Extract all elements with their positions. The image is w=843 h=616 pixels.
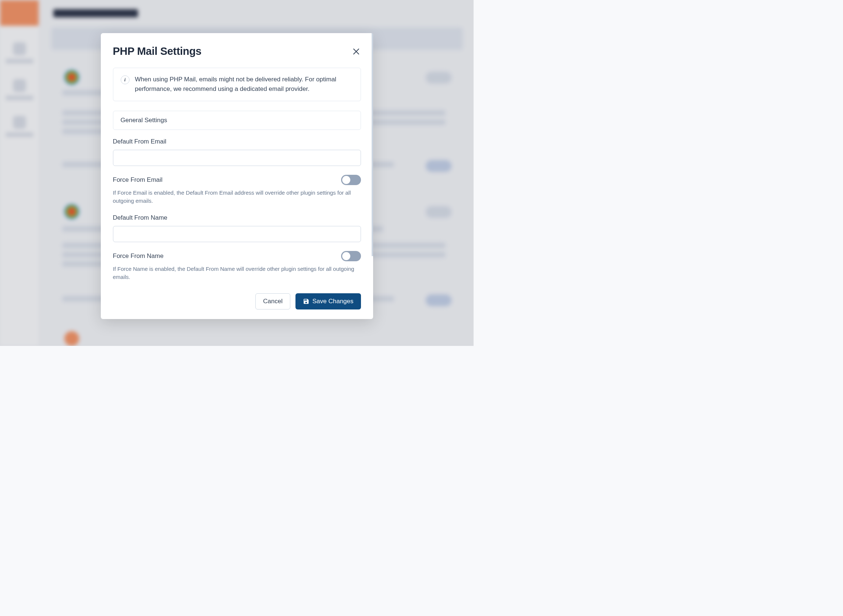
force-from-name-label: Force From Name (113, 252, 164, 260)
default-from-name-label: Default From Name (113, 214, 361, 221)
general-settings-header: General Settings (113, 111, 361, 130)
default-from-email-group: Default From Email (113, 138, 361, 166)
info-icon: i (121, 75, 129, 84)
force-from-email-label: Force From Email (113, 176, 163, 183)
save-icon (303, 298, 309, 305)
info-banner-text: When using PHP Mail, emails might not be… (135, 75, 353, 94)
close-button[interactable] (351, 47, 361, 56)
scroll-indicator (372, 33, 373, 319)
cancel-button[interactable]: Cancel (255, 293, 290, 309)
toggle-knob (342, 252, 350, 260)
force-from-email-toggle[interactable] (341, 175, 361, 185)
force-from-name-row: Force From Name (113, 251, 361, 261)
force-from-email-hint: If Force Email is enabled, the Default F… (113, 189, 361, 205)
modal-title: PHP Mail Settings (113, 45, 202, 57)
force-from-email-row: Force From Email (113, 175, 361, 185)
force-from-name-group: Force From Name If Force Name is enabled… (113, 251, 361, 282)
force-from-name-hint: If Force Name is enabled, the Default Fr… (113, 265, 361, 282)
save-changes-button[interactable]: Save Changes (295, 293, 361, 309)
modal-overlay: PHP Mail Settings i When using PHP Mail,… (0, 0, 474, 346)
modal-header: PHP Mail Settings (113, 45, 361, 57)
default-from-email-input[interactable] (113, 150, 361, 166)
info-banner: i When using PHP Mail, emails might not … (113, 68, 361, 101)
php-mail-settings-modal: PHP Mail Settings i When using PHP Mail,… (101, 33, 373, 319)
modal-footer: Cancel Save Changes (113, 293, 361, 309)
default-from-email-label: Default From Email (113, 138, 361, 145)
toggle-knob (342, 176, 350, 184)
close-icon (353, 48, 359, 55)
force-from-name-toggle[interactable] (341, 251, 361, 261)
default-from-name-group: Default From Name (113, 214, 361, 242)
force-from-email-group: Force From Email If Force Email is enabl… (113, 175, 361, 205)
default-from-name-input[interactable] (113, 226, 361, 242)
save-changes-label: Save Changes (312, 298, 353, 305)
